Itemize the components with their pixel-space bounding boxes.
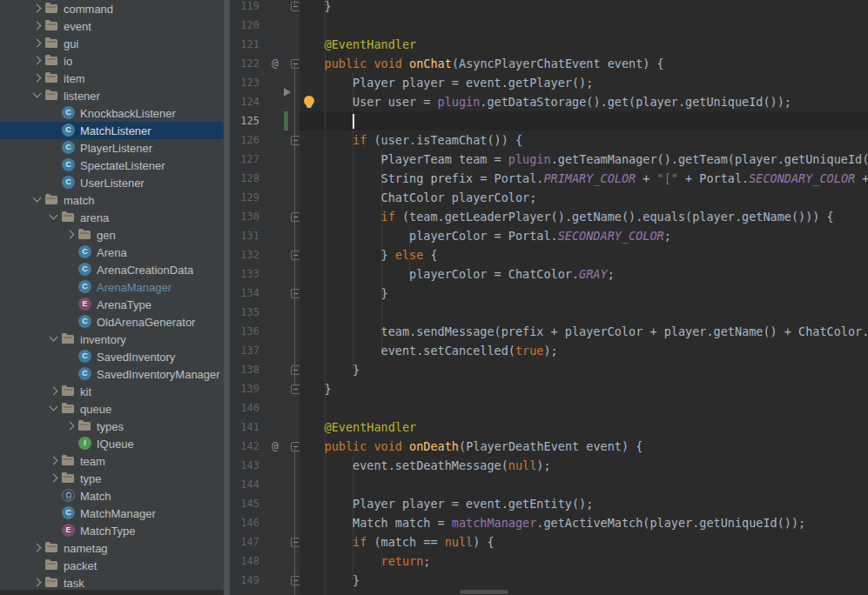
line-number-141[interactable]: 141 [230, 418, 259, 437]
line-number-120[interactable]: 120 [230, 16, 259, 35]
line-number-133[interactable]: 133 [230, 264, 259, 284]
tree-item-inventory[interactable]: inventory [0, 331, 224, 348]
tree-item-userlistener[interactable]: CUserListener [0, 174, 224, 191]
code-line-133[interactable]: playerColor = ChatColor.GRAY; [299, 264, 868, 284]
line-number-125[interactable]: 125 [230, 111, 259, 130]
code-line-127[interactable]: PlayerTeam team = plugin.getTeamManager(… [299, 150, 868, 169]
gutter-arrow-icon[interactable] [284, 88, 291, 97]
chevron-right-icon[interactable] [31, 72, 44, 84]
line-number-119[interactable]: 119 [230, 0, 259, 16]
tree-item-queue[interactable]: queue [0, 400, 224, 418]
code-line-143[interactable]: event.setDeathMessage(null); [299, 456, 868, 475]
code-line-126[interactable]: if (user.isTeamChat()) { [299, 130, 868, 150]
tree-item-arenamanager[interactable]: CArenaManager [0, 278, 224, 296]
horizontal-scrollbar-thumb[interactable] [460, 590, 508, 594]
chevron-down-icon[interactable] [48, 211, 60, 224]
line-number-121[interactable]: 121 [230, 35, 259, 54]
code-line-122[interactable]: public void onChat(AsyncPlayerChatEvent … [299, 54, 868, 73]
line-number-123[interactable]: 123 [230, 73, 259, 92]
chevron-right-icon[interactable] [31, 37, 44, 50]
line-number-131[interactable]: 131 [230, 226, 259, 245]
chevron-right-icon[interactable] [31, 542, 44, 554]
chevron-down-icon[interactable] [31, 194, 44, 206]
chevron-right-icon[interactable] [31, 3, 44, 15]
code-line-135[interactable] [299, 303, 868, 322]
tree-item-command[interactable]: command [0, 0, 224, 17]
code-line-139[interactable]: } [299, 379, 868, 398]
chevron-down-icon[interactable] [48, 403, 60, 415]
code-line-138[interactable]: } [299, 360, 868, 379]
tree-item-event[interactable]: event [0, 17, 224, 35]
line-number-147[interactable]: 147 [230, 532, 259, 552]
line-number-144[interactable]: 144 [230, 475, 259, 494]
chevron-right-icon[interactable] [31, 20, 44, 32]
tree-item-nametag[interactable]: nametag [0, 539, 224, 557]
code-line-120[interactable] [299, 16, 868, 35]
code-line-121[interactable]: @EventHandler [299, 35, 868, 54]
code-line-147[interactable]: if (match == null) { [299, 532, 868, 552]
tree-item-team[interactable]: team [0, 452, 224, 470]
tree-item-knockbacklistener[interactable]: CKnockbackListener [0, 104, 224, 122]
tree-item-arena[interactable]: arena [0, 209, 224, 226]
code-line-146[interactable]: Match match = matchManager.getActiveMatc… [299, 513, 868, 532]
tree-item-savedinventory[interactable]: CSavedInventory [0, 348, 224, 365]
line-number-129[interactable]: 129 [230, 188, 259, 207]
tree-item-task[interactable]: task [0, 574, 224, 592]
tree-item-matchtype[interactable]: EMatchType [0, 522, 224, 539]
line-number-122[interactable]: 122 [230, 54, 259, 73]
chevron-right-icon[interactable] [31, 55, 44, 67]
chevron-down-icon[interactable] [48, 333, 60, 345]
code-line-150[interactable] [299, 590, 868, 595]
code-line-124[interactable]: User user = plugin.getDataStorage().get(… [299, 92, 868, 111]
line-number-128[interactable]: 128 [230, 169, 259, 188]
tree-item-io[interactable]: io [0, 52, 224, 70]
tree-item-iqueue[interactable]: IIQueue [0, 435, 224, 452]
code-line-134[interactable]: } [299, 284, 868, 303]
project-tree-scrollbar[interactable] [224, 0, 230, 595]
code-line-123[interactable]: Player player = event.getPlayer(); [299, 73, 868, 92]
code-line-128[interactable]: String prefix = Portal.PRIMARY_COLOR + "… [299, 169, 868, 188]
code-line-142[interactable]: public void onDeath(PlayerDeathEvent eve… [299, 437, 868, 456]
code-line-144[interactable] [299, 475, 868, 494]
line-number-143[interactable]: 143 [230, 456, 259, 475]
tree-item-oldarenagenerator[interactable]: COldArenaGenerator [0, 313, 224, 331]
code-editor[interactable]: } @EventHandler public void onChat(Async… [299, 0, 868, 595]
tree-item-kit[interactable]: kit [0, 383, 224, 400]
code-line-148[interactable]: return; [299, 552, 868, 571]
tree-item-playerlistener[interactable]: CPlayerListener [0, 139, 224, 157]
code-line-129[interactable]: ChatColor playerColor; [299, 188, 868, 207]
line-number-145[interactable]: 145 [230, 494, 259, 513]
chevron-right-icon[interactable] [64, 420, 77, 432]
chevron-right-icon[interactable] [64, 229, 77, 241]
line-number-137[interactable]: 137 [230, 341, 259, 360]
line-number-150[interactable]: 150 [230, 590, 259, 595]
code-line-145[interactable]: Player player = event.getEntity(); [299, 494, 868, 513]
tree-item-matchmanager[interactable]: CMatchManager [0, 505, 224, 522]
line-number-146[interactable]: 146 [230, 513, 259, 532]
line-number-149[interactable]: 149 [230, 571, 259, 590]
tree-item-item[interactable]: item [0, 70, 224, 87]
tree-item-gen[interactable]: gen [0, 226, 224, 244]
code-line-130[interactable]: if (team.getLeaderPlayer().getName().equ… [299, 207, 868, 226]
line-number-139[interactable]: 139 [230, 379, 259, 398]
vcs-change-marker[interactable] [284, 111, 288, 130]
line-number-142[interactable]: 142 [230, 437, 259, 456]
chevron-right-icon[interactable] [48, 385, 60, 398]
tree-item-arena[interactable]: CArena [0, 244, 224, 261]
tree-item-match[interactable]: (C)Match [0, 487, 224, 505]
line-number-140[interactable]: 140 [230, 398, 259, 418]
line-number-124[interactable]: 124 [230, 92, 259, 111]
code-line-132[interactable]: } else { [299, 245, 868, 264]
tree-item-savedinventorymanager[interactable]: CSavedInventoryManager [0, 365, 224, 383]
tree-item-arenatype[interactable]: EArenaType [0, 296, 224, 313]
chevron-right-icon[interactable] [48, 455, 60, 467]
code-line-140[interactable] [299, 398, 868, 418]
line-number-134[interactable]: 134 [230, 284, 259, 303]
code-line-149[interactable]: } [299, 571, 868, 590]
line-number-132[interactable]: 132 [230, 245, 259, 264]
line-number-148[interactable]: 148 [230, 552, 259, 571]
line-number-127[interactable]: 127 [230, 150, 259, 169]
line-number-136[interactable]: 136 [230, 322, 259, 341]
line-number-126[interactable]: 126 [230, 130, 259, 150]
line-number-135[interactable]: 135 [230, 303, 259, 322]
